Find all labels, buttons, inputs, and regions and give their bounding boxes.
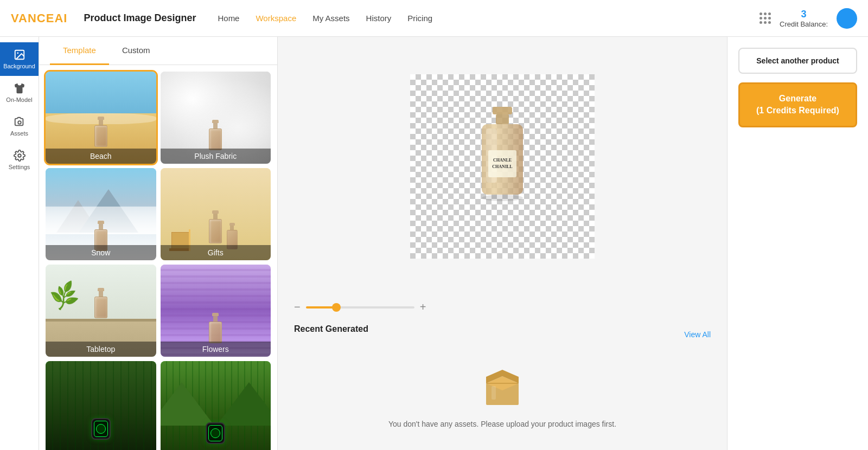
svg-point-3 (18, 154, 21, 157)
credit-count: 3 (780, 9, 828, 20)
app-title: Product Image Designer (84, 12, 196, 24)
zoom-bar: − + (278, 295, 727, 319)
template-grid: Beach Plush Fabric (39, 65, 277, 450)
svg-rect-4 (493, 107, 512, 114)
template-label-gifts: Gifts (161, 245, 271, 260)
credit-label: Credit Balance: (780, 20, 828, 28)
box-svg (481, 364, 524, 408)
svg-text:CHANLE: CHANLE (493, 158, 512, 163)
sidebar-item-assets[interactable]: Assets (0, 110, 39, 143)
nav-workspace[interactable]: Workspace (256, 14, 296, 23)
checkered-canvas: CHANLE CHANILL (410, 74, 595, 259)
template-card-forest1[interactable] (46, 361, 156, 450)
sidebar-label-background: Background (3, 63, 35, 69)
nav-pricing[interactable]: Pricing (407, 14, 432, 23)
sidebar-item-settings[interactable]: Settings (0, 143, 39, 177)
empty-box-icon (481, 364, 524, 413)
main-nav: Home Workspace My Assets History Pricing (218, 14, 760, 23)
header-right: 3 Credit Balance: (760, 8, 857, 29)
view-all-link[interactable]: View All (684, 330, 711, 339)
nav-history[interactable]: History (366, 14, 392, 23)
credit-info: 3 Credit Balance: (780, 9, 828, 28)
template-card-snow[interactable]: Snow (46, 168, 156, 260)
svg-rect-8 (488, 150, 516, 177)
canvas-container: CHANLE CHANILL (278, 37, 727, 295)
avatar[interactable] (837, 8, 857, 29)
zoom-out-icon[interactable]: − (294, 301, 301, 313)
logo-text: VANCE (11, 11, 54, 25)
settings-icon (14, 150, 25, 162)
generate-sublabel: (1 Credits Required) (749, 105, 847, 117)
svg-point-1 (17, 52, 18, 54)
svg-point-11 (482, 195, 523, 201)
recent-section: Recent Generated View All (278, 319, 727, 450)
empty-text: You don't have any assets. Please upload… (388, 420, 616, 428)
template-card-forest2[interactable] (161, 361, 271, 450)
nav-my-assets[interactable]: My Assets (312, 14, 349, 23)
generate-label: Generate (749, 93, 847, 105)
right-panel: Select another product Generate (1 Credi… (727, 37, 868, 450)
sidebar-item-on-model[interactable]: On-Model (0, 76, 39, 110)
empty-state: You don't have any assets. Please upload… (294, 353, 711, 439)
image-icon (14, 49, 25, 61)
template-label-flowers: Flowers (161, 342, 271, 357)
template-panel: Template Custom Beach (39, 37, 278, 450)
nav-home[interactable]: Home (218, 14, 239, 23)
sidebar-label-settings: Settings (9, 164, 30, 170)
sidebar-label-on-model: On-Model (6, 97, 32, 103)
icon-sidebar: Background On-Model Assets Settings (0, 37, 39, 450)
header: VANCEAI Product Image Designer Home Work… (0, 0, 868, 37)
assets-icon (14, 116, 25, 128)
template-card-beach[interactable]: Beach (46, 72, 156, 164)
zoom-slider[interactable] (306, 306, 414, 308)
select-product-button[interactable]: Select another product (738, 48, 857, 74)
tshirt-icon (14, 82, 25, 94)
template-card-flowers[interactable]: Flowers (161, 265, 271, 357)
main-layout: Background On-Model Assets Settings Tem (0, 37, 868, 450)
tab-bar: Template Custom (39, 37, 277, 65)
canvas-area: CHANLE CHANILL − (278, 37, 727, 450)
template-label-beach: Beach (46, 149, 156, 164)
tab-custom[interactable]: Custom (109, 37, 163, 65)
svg-rect-5 (496, 114, 509, 124)
svg-text:CHANILL: CHANILL (492, 164, 512, 169)
template-card-gifts[interactable]: Gifts (161, 168, 271, 260)
svg-rect-17 (492, 386, 496, 400)
tab-template[interactable]: Template (50, 37, 109, 65)
generate-button[interactable]: Generate (1 Credits Required) (738, 82, 857, 127)
svg-point-2 (18, 121, 21, 124)
template-label-snow: Snow (46, 245, 156, 260)
recent-title: Recent Generated (294, 324, 368, 334)
product-bottle-svg: CHANLE CHANILL (459, 101, 546, 232)
template-card-plush[interactable]: Plush Fabric (161, 72, 271, 164)
apps-grid-icon[interactable] (760, 12, 771, 24)
logo-accent: AI (54, 11, 67, 25)
sidebar-item-background[interactable]: Background (0, 42, 39, 76)
zoom-in-icon[interactable]: + (420, 301, 426, 313)
template-card-tabletop[interactable]: 🌿 Tabletop (46, 265, 156, 357)
sidebar-label-assets: Assets (10, 130, 28, 137)
logo: VANCEAI (11, 11, 67, 25)
template-label-plush: Plush Fabric (161, 149, 271, 164)
template-label-tabletop: Tabletop (46, 342, 156, 357)
zoom-thumb[interactable] (332, 303, 341, 312)
